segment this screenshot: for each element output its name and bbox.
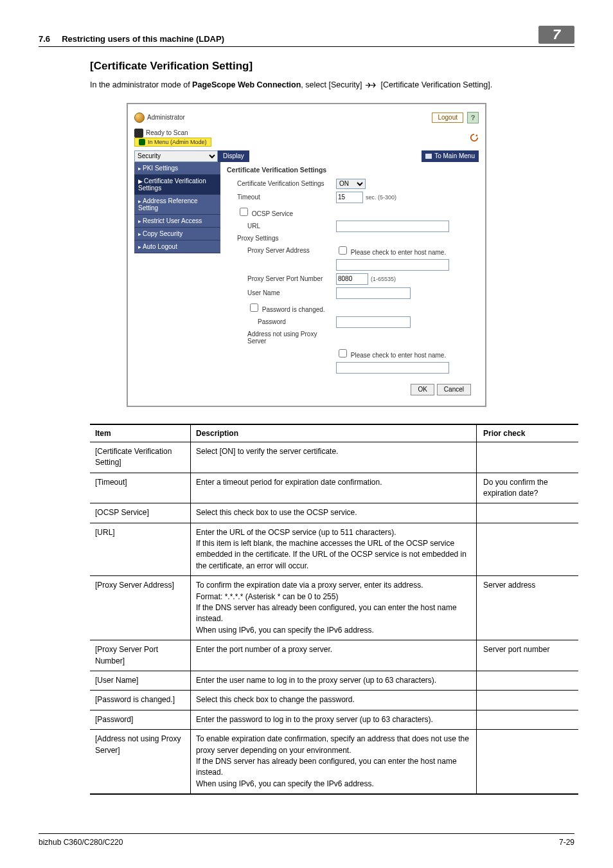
cancel-button[interactable]: Cancel xyxy=(437,384,471,395)
ok-button[interactable]: OK xyxy=(411,384,434,395)
chapter-tab: 7 xyxy=(538,26,574,44)
timeout-label: Timeout xyxy=(227,194,336,201)
cell-item: [OCSP Service] xyxy=(90,503,191,523)
host-check1-label: Please check to enter host name. xyxy=(351,249,446,256)
content-heading: Certificate Verification Settings xyxy=(227,166,475,174)
sidebar-item-auto-logout[interactable]: ▸Auto Logout xyxy=(134,240,220,253)
cell-prior xyxy=(477,710,579,729)
logout-button[interactable]: Logout xyxy=(432,113,463,123)
arrow-icon xyxy=(366,82,377,88)
cell-item: [URL] xyxy=(90,523,191,576)
proxy-addr-input[interactable] xyxy=(336,259,449,271)
printer-status-icon xyxy=(134,129,143,138)
sidebar-item-copy-sec[interactable]: ▸Copy Security xyxy=(134,228,220,240)
cvs-label: Certificate Verification Settings xyxy=(227,180,336,187)
user-name-label: User Name xyxy=(227,289,336,296)
sidebar-item-pki[interactable]: ▸PKI Settings xyxy=(134,162,220,175)
table-row: [Proxy Server Address]To confirm the exp… xyxy=(90,576,578,640)
cell-item: [Certificate Verification Setting] xyxy=(90,442,191,473)
mode-icon xyxy=(139,139,145,145)
cell-desc: Enter the user name to log in to the pro… xyxy=(191,671,477,691)
timeout-hint: sec. (5-300) xyxy=(366,194,396,201)
table-row: [OCSP Service]Select this check box to u… xyxy=(90,503,578,523)
cell-desc: Enter the port number of a proxy server. xyxy=(191,640,477,671)
cell-prior xyxy=(477,671,579,691)
cell-prior: Server address xyxy=(477,576,579,640)
cell-desc: Enter a timeout period for expiration da… xyxy=(191,473,477,503)
section-title-text: Restricting users of this machine (LDAP) xyxy=(62,34,224,44)
cell-item: [User Name] xyxy=(90,671,191,691)
addr-not-label: Address not using Proxy Server xyxy=(227,330,336,345)
table-row: [Address not using Proxy Server]To enabl… xyxy=(90,730,578,794)
th-desc: Description xyxy=(191,424,477,442)
host-check2-label: Please check to enter host name. xyxy=(351,352,446,359)
main-menu-icon xyxy=(425,154,432,159)
footer-left: bizhub C360/C280/C220 xyxy=(39,838,123,847)
description-table: Item Description Prior check [Certificat… xyxy=(90,424,578,795)
cell-prior xyxy=(477,523,579,576)
proxy-heading: Proxy Settings xyxy=(227,235,336,242)
cell-desc: Select this check box to change the pass… xyxy=(191,691,477,710)
admin-label: Administrator xyxy=(147,114,185,121)
mode-status-bar: In Menu (Admin Mode) xyxy=(134,138,211,147)
url-label: URL xyxy=(227,222,336,230)
table-row: [Password]Enter the password to log in t… xyxy=(90,710,578,729)
ocsp-checkbox-row: OCSP Service xyxy=(227,206,336,218)
cell-desc: To enable expiration date confirmation, … xyxy=(191,730,477,794)
help-icon[interactable]: ? xyxy=(467,112,479,123)
proxy-addr-label: Proxy Server Address xyxy=(227,247,336,254)
proxy-port-input[interactable] xyxy=(336,273,368,285)
cell-item: [Address not using Proxy Server] xyxy=(90,730,191,794)
refresh-icon[interactable] xyxy=(470,133,479,142)
intro-paragraph: In the administrator mode of PageScope W… xyxy=(90,79,574,91)
proxy-port-hint: (1-65535) xyxy=(371,276,396,282)
admin-avatar-icon xyxy=(134,113,145,123)
url-input[interactable] xyxy=(336,221,449,232)
table-row: [Certificate Verification Setting]Select… xyxy=(90,442,578,473)
pwd-label: Password xyxy=(227,318,336,325)
proxy-port-label: Proxy Server Port Number xyxy=(227,275,336,282)
sidebar-item-addr-ref[interactable]: ▸Address Reference Setting xyxy=(134,195,220,215)
table-row: [User Name]Enter the user name to log in… xyxy=(90,671,578,691)
host-check1[interactable] xyxy=(339,246,347,255)
display-button[interactable]: Display xyxy=(218,150,249,162)
cell-desc: Enter the password to log in to the prox… xyxy=(191,710,477,729)
category-select[interactable]: Security xyxy=(134,150,218,162)
ocsp-checkbox[interactable] xyxy=(240,208,248,216)
sidebar-nav: ▸PKI Settings ▶Certificate Verification … xyxy=(134,162,220,399)
pwd-changed-checkbox[interactable] xyxy=(250,303,258,312)
sidebar-item-restrict[interactable]: ▸Restrict User Access xyxy=(134,215,220,228)
cell-desc: Select this check box to use the OCSP se… xyxy=(191,503,477,523)
cell-prior: Server port number xyxy=(477,640,579,671)
table-row: [Timeout]Enter a timeout period for expi… xyxy=(90,473,578,503)
sidebar-item-cert-verif[interactable]: ▶Certificate Verification Settings xyxy=(134,175,220,195)
th-item: Item xyxy=(90,424,191,442)
cell-desc: Select [ON] to verify the server certifi… xyxy=(191,442,477,473)
cell-item: [Timeout] xyxy=(90,473,191,503)
timeout-input[interactable] xyxy=(336,192,363,203)
screenshot-panel: Administrator Logout ? Ready to Scan In … xyxy=(127,103,486,407)
cell-prior xyxy=(477,730,579,794)
host-check2[interactable] xyxy=(339,349,347,357)
content-pane: Certificate Verification Settings Certif… xyxy=(220,162,479,399)
section-number: 7.6 xyxy=(39,34,50,44)
cell-desc: Enter the URL of the OCSP service (up to… xyxy=(191,523,477,576)
to-main-menu-button[interactable]: To Main Menu xyxy=(422,150,479,162)
cvs-select[interactable]: ON xyxy=(336,179,366,189)
page-title: [Certificate Verification Setting] xyxy=(90,60,574,73)
ready-label: Ready to Scan xyxy=(146,129,188,136)
table-row: [Proxy Server Port Number]Enter the port… xyxy=(90,640,578,671)
page-header: 7.6 Restricting users of this machine (L… xyxy=(39,26,574,47)
cell-item: [Proxy Server Address] xyxy=(90,576,191,640)
cell-prior xyxy=(477,691,579,710)
table-row: [URL]Enter the URL of the OCSP service (… xyxy=(90,523,578,576)
cell-prior: Do you confirm the expiration date? xyxy=(477,473,579,503)
user-name-input[interactable] xyxy=(336,287,411,299)
addr-not-input[interactable] xyxy=(336,362,449,374)
header-left: 7.6 Restricting users of this machine (L… xyxy=(39,34,224,44)
th-prior: Prior check xyxy=(477,424,579,442)
cell-prior xyxy=(477,503,579,523)
pwd-input[interactable] xyxy=(336,316,411,328)
cell-prior xyxy=(477,442,579,473)
table-row: [Password is changed.]Select this check … xyxy=(90,691,578,710)
